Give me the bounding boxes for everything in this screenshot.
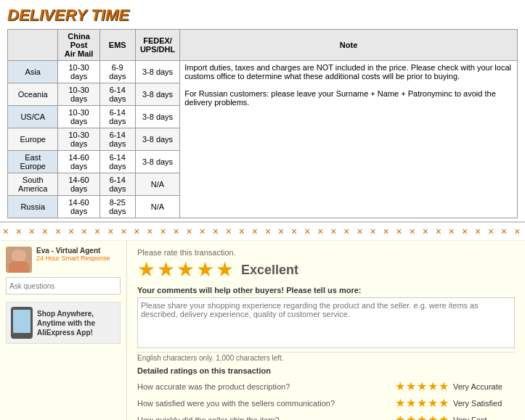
agent-avatar <box>6 247 32 273</box>
app-promo-text: Shop Anywhere, Anytime with the AliExpre… <box>37 309 95 337</box>
region-cell: Europe <box>8 128 58 151</box>
bottom-section: Eva - Virtual Agent 24 Hour Smart Respon… <box>0 241 525 420</box>
col-header-ems: EMS <box>99 30 135 61</box>
rating-question: How accurate was the product description… <box>137 382 395 391</box>
fedex-cell: 3-8 days <box>135 128 179 151</box>
rating-star-4[interactable]: ★ <box>428 396 438 410</box>
fedex-cell: 3-8 days <box>135 83 179 106</box>
rating-star-4[interactable]: ★ <box>428 413 438 420</box>
star-5[interactable]: ★ <box>216 260 234 280</box>
rating-star-3[interactable]: ★ <box>417 396 427 410</box>
rating-star-3[interactable]: ★ <box>417 413 427 420</box>
rating-star-3[interactable]: ★ <box>417 379 427 393</box>
rating-question: How satisfied were you with the sellers … <box>137 399 395 408</box>
delivery-table: China PostAir Mail EMS FEDEX/UPS/DHL Not… <box>7 29 518 218</box>
ems-cell: 6-14 days <box>99 128 135 151</box>
region-cell: Russia <box>8 196 58 218</box>
airmail-cell: 10-30 days <box>58 61 99 83</box>
rating-star-5[interactable]: ★ <box>439 396 449 410</box>
fedex-cell: N/A <box>135 196 179 218</box>
ems-cell: 6-14 days <box>99 106 135 128</box>
star-3[interactable]: ★ <box>176 260 195 280</box>
excellent-label: Excellent <box>241 263 298 278</box>
rating-stars[interactable]: ★★★★★ <box>395 379 449 393</box>
rating-star-2[interactable]: ★ <box>406 413 416 420</box>
airmail-cell: 14-60 days <box>58 151 99 173</box>
rating-star-1[interactable]: ★ <box>395 379 405 393</box>
col-header-fedex: FEDEX/UPS/DHL <box>135 30 179 61</box>
virtual-agent-block: Eva - Virtual Agent 24 Hour Smart Respon… <box>6 247 121 273</box>
fedex-cell: N/A <box>135 173 179 196</box>
col-header-note: Note <box>180 30 518 61</box>
ratings-container: How accurate was the product description… <box>137 379 515 420</box>
ems-cell: 6-9 days <box>99 61 135 83</box>
phone-icon <box>11 307 33 339</box>
rating-stars[interactable]: ★★★★★ <box>395 413 449 420</box>
rating-label: Very Fast <box>453 416 515 421</box>
region-cell: East Europe <box>8 151 58 173</box>
app-promo: Shop Anywhere, Anytime with the AliExpre… <box>6 302 121 344</box>
fedex-cell: 3-8 days <box>135 61 179 83</box>
detailed-ratings-title: Detailed ratings on this transaction <box>137 366 515 375</box>
airmail-cell: 14-60 days <box>58 173 99 196</box>
rating-question: How quickly did the seller ship the item… <box>137 416 395 421</box>
main-stars[interactable]: ★ ★ ★ ★ ★ <box>137 260 234 280</box>
rating-star-4[interactable]: ★ <box>428 379 438 393</box>
fedex-cell: 3-8 days <box>135 151 179 173</box>
region-cell: South America <box>8 173 58 196</box>
feedback-panel: Please rate this transaction. ★ ★ ★ ★ ★ … <box>127 241 525 420</box>
star-2[interactable]: ★ <box>157 260 175 280</box>
region-cell: US/CA <box>8 106 58 128</box>
ask-questions-input[interactable] <box>6 277 121 295</box>
airmail-cell: 14-60 days <box>58 196 99 218</box>
airmail-cell: 10-30 days <box>58 83 99 106</box>
star-4[interactable]: ★ <box>196 260 214 280</box>
rate-label: Please rate this transaction. <box>137 248 515 257</box>
rating-label: Very Satisfied <box>453 399 515 408</box>
delivery-section: DELIVERY TIME China PostAir Mail EMS FED… <box>0 0 525 223</box>
rating-row: How quickly did the seller ship the item… <box>137 413 515 420</box>
rating-star-2[interactable]: ★ <box>406 396 416 410</box>
note-text-1: Import duties, taxes and charges are NOT… <box>184 63 511 81</box>
agent-info: Eva - Virtual Agent 24 Hour Smart Respon… <box>36 247 110 262</box>
region-cell: Asia <box>8 61 58 83</box>
agent-name: Eva - Virtual Agent <box>36 247 110 255</box>
note-text-2: For Russian customers: please leave your… <box>184 89 496 107</box>
airmail-cell: 10-30 days <box>58 106 99 128</box>
rating-star-5[interactable]: ★ <box>439 413 449 420</box>
region-cell: Oceania <box>8 83 58 106</box>
rating-row: How accurate was the product description… <box>137 379 515 393</box>
col-header-region <box>8 30 58 61</box>
rating-star-1[interactable]: ★ <box>395 396 405 410</box>
agent-subtitle: 24 Hour Smart Response <box>36 255 110 262</box>
rating-stars[interactable]: ★★★★★ <box>395 396 449 410</box>
ems-cell: 6-14 days <box>99 151 135 173</box>
airmail-cell: 10-30 days <box>58 128 99 151</box>
ems-cell: 6-14 days <box>99 83 135 106</box>
rating-label: Very Accurate <box>453 382 515 391</box>
fedex-cell: 3-8 days <box>135 106 179 128</box>
rating-star-5[interactable]: ★ <box>439 379 449 393</box>
rating-star-2[interactable]: ★ <box>406 379 416 393</box>
delivery-title: DELIVERY TIME <box>7 6 518 25</box>
decorative-x-row: × × × × × × × × × × × × × × × × × × × × … <box>0 223 525 241</box>
rating-star-1[interactable]: ★ <box>395 413 405 420</box>
table-row: Asia10-30 days6-9 days3-8 daysImport dut… <box>8 61 518 83</box>
star-1[interactable]: ★ <box>137 260 155 280</box>
char-count: English characters only. 1,000 character… <box>137 352 515 362</box>
comments-textarea[interactable] <box>137 297 515 348</box>
left-sidebar: Eva - Virtual Agent 24 Hour Smart Respon… <box>0 241 127 420</box>
stars-rating-row: ★ ★ ★ ★ ★ Excellent <box>137 260 515 280</box>
rating-row: How satisfied were you with the sellers … <box>137 396 515 410</box>
ems-cell: 8-25 days <box>99 196 135 218</box>
note-cell: Import duties, taxes and charges are NOT… <box>180 61 518 218</box>
col-header-airmail: China PostAir Mail <box>58 30 99 61</box>
comments-prompt: Your comments will help other buyers! Pl… <box>137 286 515 295</box>
ems-cell: 6-14 days <box>99 173 135 196</box>
